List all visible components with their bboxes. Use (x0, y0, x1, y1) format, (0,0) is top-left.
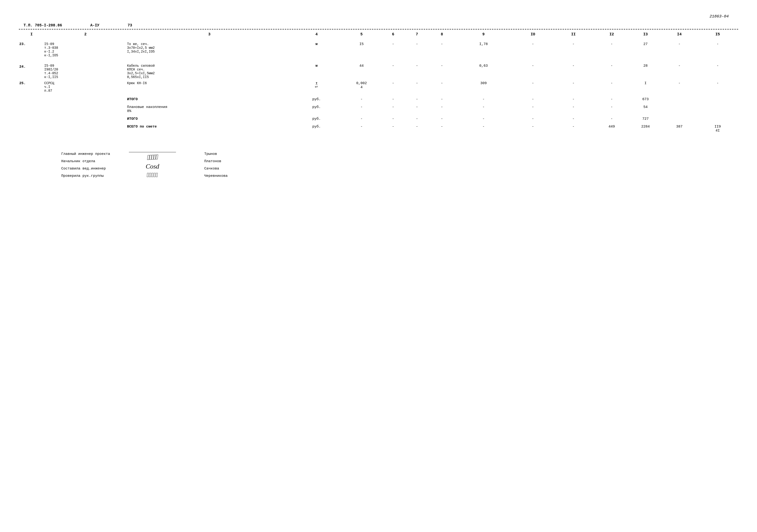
row-23-col5: I5 (341, 38, 381, 57)
header-line: Т.П. 705-I-208.86 А-ІУ 73 (19, 23, 738, 28)
s2-c5: - (341, 113, 381, 121)
row-24-col13: 28 (630, 64, 661, 79)
main-table: I 2 3 4 5 6 7 8 9 IO II I2 I3 I4 I5 23. … (19, 30, 738, 133)
doc-ref: Т.П. 705-I-208.86 (23, 23, 62, 28)
s1-c6: - (382, 93, 404, 101)
summary-planovye: Плановые накопления 8% руб. - - - - - - … (19, 102, 738, 113)
table-row: 24. I5-09 I98I/20 т.4-052 к-I,II5 Кабель… (19, 64, 738, 79)
col-header-2: 2 (44, 31, 127, 38)
s1-c11: - (554, 93, 593, 101)
row-25-col10: - (513, 79, 553, 93)
s2-c12: - (594, 113, 629, 121)
col-header-4: 4 (292, 31, 341, 38)
s1-c9: - (454, 93, 512, 101)
row-25-col8: - (430, 79, 454, 93)
sig-role-4: Проверила рук.группы (61, 174, 110, 178)
sv-c9: - (454, 121, 512, 133)
summary-itogo-2: ИТОГО руб. - - - - - - - - 727 (19, 113, 738, 121)
col-header-15: I5 (698, 31, 738, 38)
summary-label-itogo2: ИТОГО (127, 113, 292, 121)
sp-c9: - (454, 102, 512, 113)
doc-section: А-ІУ (90, 23, 99, 28)
col-header-6: 6 (382, 31, 404, 38)
row-23-num: 23. (19, 38, 44, 57)
row-24-num: 24. (19, 64, 44, 79)
s1-c10: - (513, 93, 553, 101)
row-25-col11: - (554, 79, 593, 93)
row-24-col9: 0,63 (454, 64, 512, 79)
row-spacer (19, 58, 738, 63)
sp-c5: - (341, 102, 381, 113)
row-25-col13: I (630, 79, 661, 93)
s2-c11: - (554, 113, 593, 121)
row-24-col10: - (513, 64, 553, 79)
col-header-11: II (554, 31, 593, 38)
row-25-col12: - (594, 79, 629, 93)
row-24-col5: 44 (341, 64, 381, 79)
s2-c10: - (513, 113, 553, 121)
col-header-8: 8 (430, 31, 454, 38)
s1-c5: - (341, 93, 381, 101)
row-23-col11: - (554, 38, 593, 57)
signature-section: Главный инженер проекта Начальник отдела… (19, 152, 738, 179)
sp-c8: - (430, 102, 454, 113)
s2-c9: - (454, 113, 512, 121)
sv-c10: - (513, 121, 553, 133)
row-24-ref: I5-09 I98I/20 т.4-052 к-I,II5 (44, 64, 127, 79)
col-header-1: I (19, 31, 44, 38)
doc-page: 73 (128, 23, 132, 28)
sv-c5: - (341, 121, 381, 133)
sv-c6: - (382, 121, 404, 133)
sp-c7: - (405, 102, 429, 113)
sig-handwriting-2: Cosd (146, 163, 159, 170)
row-23-desc: То же, сеч. 3х70+Iх2,5 мм2 I,34хI,2хI,IO… (127, 38, 292, 57)
summary-itogo-1: ИТОГО руб. - - - - - - - - 673 (19, 93, 738, 101)
row-25-col5: 0,002 4 (341, 79, 381, 93)
row-25-col6: - (382, 79, 404, 93)
sv-c11: - (554, 121, 593, 133)
summary-unit-planovye: руб. (292, 102, 341, 113)
sig-handwriting-3: 𝒟𝒦𝒧𝒦𝒥 (146, 172, 158, 179)
sig-name-1: Трынов (204, 152, 227, 156)
summary-label-planovye: Плановые накопления 8% (127, 102, 292, 113)
sp-c10: - (513, 102, 553, 113)
sp-c12: - (594, 102, 629, 113)
row-24-col6: - (382, 64, 404, 79)
row-23-col7: - (405, 38, 429, 57)
sp-c6: - (382, 102, 404, 113)
summary-unit-itogo1: руб. (292, 93, 341, 101)
sig-name-4: Черевникова (204, 174, 227, 178)
col-header-9: 9 (454, 31, 512, 38)
col-header-13: I3 (630, 31, 661, 38)
s1-c7: - (405, 93, 429, 101)
row-25-num: 25. (19, 79, 44, 93)
sig-handwriting-1: 𝒝𝒩𝒮𝒮𝒮 (146, 153, 158, 162)
row-23-col8: - (430, 38, 454, 57)
row-23-col12: - (594, 38, 629, 57)
row-25-desc: Крюк КН-I6 (127, 79, 292, 93)
col-header-5: 5 (341, 31, 381, 38)
s2-c7: - (405, 113, 429, 121)
row-23-col9: I,78 (454, 38, 512, 57)
row-25-col14: - (662, 79, 697, 93)
row-24-col12: - (594, 64, 629, 79)
sig-role-1: Главный инженер проекта (61, 152, 110, 156)
row-24-col7: - (405, 64, 429, 79)
sv-c15: II9 4I (698, 121, 738, 133)
sv-c12: 449 (594, 121, 629, 133)
row-23-col13: 27 (630, 38, 661, 57)
sig-roles: Главный инженер проекта Начальник отдела… (61, 152, 110, 178)
summary-vsego: ВСЕГО по смете руб. - - - - - - - 449 22… (19, 121, 738, 133)
sig-name-2: Платонов (204, 159, 227, 163)
s1-c13: 673 (630, 93, 661, 101)
row-24-col8: - (430, 64, 454, 79)
sig-graphics: 𝒝𝒩𝒮𝒮𝒮 Cosd 𝒟𝒦𝒧𝒦𝒥 (124, 152, 181, 179)
sig-role-3: Составила вед.инженер (61, 167, 110, 171)
s2-c6: - (382, 113, 404, 121)
col-header-12: I2 (594, 31, 629, 38)
summary-unit-vsego: руб. (292, 121, 341, 133)
summary-label-vsego: ВСЕГО по смете (127, 121, 292, 133)
s2-c8: - (430, 113, 454, 121)
row-25-col15: - (698, 79, 738, 93)
sp-c13: 54 (630, 102, 661, 113)
